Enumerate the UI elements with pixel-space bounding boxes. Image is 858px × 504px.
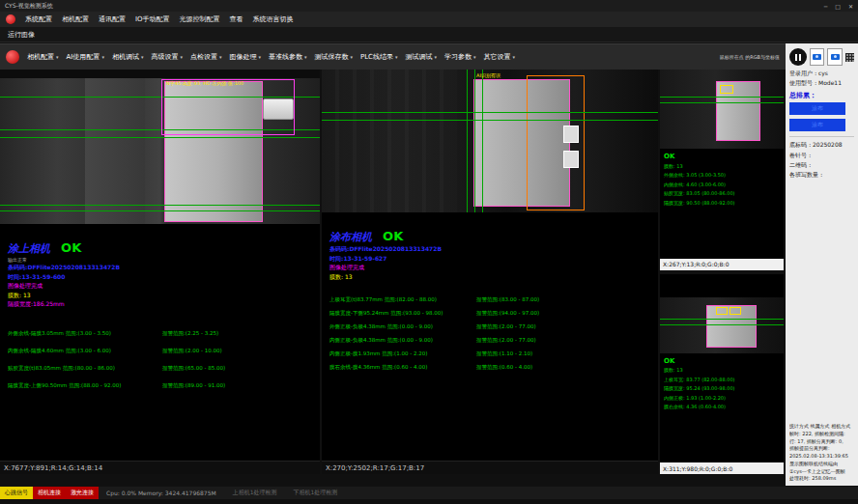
chevron-down-icon: ▾ [350, 54, 353, 60]
measure-line [0, 205, 320, 206]
stats-line: 处理耗时: 258.09ms [789, 475, 854, 483]
time-text: 时间:13-31-59-600 [8, 272, 312, 282]
table-row: 内侧正极-负极4.38mm 范围:(0.00 - 9.00)报警范围:(2.00… [329, 337, 650, 344]
camera-save-button[interactable] [827, 48, 843, 66]
grid-layout-button[interactable] [845, 53, 854, 62]
toolbar-logo-icon [6, 50, 19, 64]
preview-line: 膜数: 13 [664, 366, 780, 376]
toolbar-test-save[interactable]: 测试保存数▾ [314, 52, 353, 62]
pause-button[interactable] [789, 48, 807, 66]
divider [789, 136, 854, 137]
table-row: 膜右余线-膜4.36mm 范围:(0.60 - 4.00)报警范围:(0.60 … [329, 364, 650, 371]
login-user-label: 登录用户： [789, 70, 818, 76]
camera-image-upper[interactable]: N字45:高度:93; HD:左内涂 值:100 [0, 70, 320, 224]
model-row: 使用型号：Mode11 [789, 78, 854, 88]
preview-line: 外侧余线: 3.05 (3.00-3.50) [664, 171, 780, 181]
toolbar-plc-result[interactable]: PLC线结果▾ [360, 52, 398, 62]
heartbeat-status: 心跳信号 [0, 487, 33, 499]
preview-line: 隔膜宽度: 90.50 (88.00-92.00) [664, 199, 780, 209]
close-icon[interactable]: ✕ [848, 3, 853, 10]
toolbar-baseline-params[interactable]: 基准线参数▾ [269, 52, 307, 62]
chevron-down-icon: ▾ [435, 54, 438, 60]
result-title: 涂布相机 [329, 231, 372, 243]
menu-camera-config[interactable]: 相机配置 [62, 14, 89, 24]
table-row: 外侧正极-负极4.38mm 范围:(0.00 - 9.00)报警范围:(2.00… [329, 323, 650, 330]
toolbar-ai-config[interactable]: AI使用配置▾ [67, 52, 104, 62]
toolbar-advanced-settings[interactable]: 高级设置▾ [151, 52, 183, 62]
toolbar-learning-params[interactable]: 学习参数▾ [444, 52, 476, 62]
window-controls: ─ □ ✕ [824, 3, 853, 10]
roi-rectangle [720, 85, 733, 94]
result-area-lower: 涂布相机 OK 条码码:DFFlite2025020813313472B 时间:… [322, 212, 658, 461]
measure-line [660, 102, 784, 103]
shift-count-label: 各班写数量： [789, 170, 854, 180]
status-badge: OK [383, 229, 403, 243]
stats-line: 显示图帧联机结线端由 [789, 461, 854, 468]
count-box-2[interactable]: 涂布 [789, 119, 845, 131]
table-row: 外侧余线-隔膜3.05mm 范围:(3.00 - 3.50)报警范围:(2.25… [8, 330, 312, 337]
app-logo-icon [6, 14, 15, 24]
menu-view[interactable]: 查看 [230, 14, 243, 24]
count-box-1[interactable]: 涂布 [789, 102, 845, 115]
preview-line: 上极耳宽: 83.77 (82.00-88.00) [664, 376, 780, 385]
time-text: 时间:13-31-59-627 [329, 254, 650, 264]
app-window: CYS-视觉检测系统 ─ □ ✕ 系统配置 相机配置 通讯配置 IO手动配置 光… [0, 0, 858, 504]
camera-icon [813, 54, 821, 60]
toolbar-camera-config[interactable]: 相机配置▾ [27, 52, 59, 62]
toolbar-test-debug[interactable]: 测试调试▾ [406, 52, 438, 62]
toolbar-image-processing[interactable]: 图像处理▾ [229, 52, 261, 62]
lower-camera-process-text: 下相机1处理检测 [282, 487, 343, 499]
preview-image-bottom [660, 297, 784, 353]
camera-connect-status: 相机连接 [33, 487, 66, 499]
title-bar: CYS-视觉检测系统 ─ □ ✕ [0, 0, 858, 12]
preview-panel-top[interactable]: OK 膜数: 13 外侧余线: 3.05 (3.00-3.50) 内侧余线: 4… [660, 70, 784, 270]
preview-line: 内侧余线: 4.60 (3.00-6.00) [664, 181, 780, 190]
result-title: 涂上相机 [8, 242, 50, 255]
tab-run-image[interactable]: 运行图像 [8, 30, 35, 40]
cpu-memory-text: Cpu: 0.0% Memory: 3424.41796875M [99, 487, 221, 499]
menu-bar: 系统配置 相机配置 通讯配置 IO手动配置 光源控制配置 查看 系统语言切换 [0, 12, 858, 27]
menu-io-manual-config[interactable]: IO手动配置 [135, 14, 170, 24]
toolbar-other-settings[interactable]: 其它设置▾ [484, 52, 516, 62]
preview-line: 贴胶宽度: 83.05 (80.00-86.00) [664, 189, 780, 199]
machine-slots [322, 70, 457, 212]
camera-panel-lower: AI识别有误 涂布相机 OK 条码码:DFFlite20250208133134… [322, 70, 658, 474]
barcode-text: 条码码:DFFlite2025020813313472B [8, 263, 312, 272]
menu-language-switch[interactable]: 系统语言切换 [253, 14, 294, 24]
roll-needle-label: 卷针号： [789, 151, 854, 160]
toolbar: 相机配置▾ AI使用配置▾ 相机调试▾ 高级设置▾ 点检设置▾ 图像处理▾ 基准… [0, 43, 786, 70]
menu-comm-config[interactable]: 通讯配置 [99, 14, 126, 24]
base-code-value: 20250208 [813, 141, 843, 148]
measure-line [0, 210, 320, 211]
toolbar-camera-debug[interactable]: 相机调试▾ [112, 52, 144, 62]
stats-line: 抓帧提前分离判断: [789, 445, 854, 453]
preview-line: 膜右余线: 4.36 (0.60-4.00) [664, 403, 780, 412]
camera-snapshot-button[interactable] [810, 48, 825, 66]
run-tab-row: 运行图像 [0, 27, 858, 42]
qr-code-label: 二维码： [789, 160, 854, 170]
camera-panel-upper: N字45:高度:93; HD:左内涂 值:100 涂上相机 OK 输出正常 条码… [0, 70, 320, 474]
preview-panel-bottom[interactable]: OK 膜数: 13 上极耳宽: 83.77 (82.00-88.00) 隔膜宽度… [660, 274, 784, 475]
chevron-down-icon: ▾ [473, 54, 476, 60]
status-badge: OK [664, 357, 780, 367]
process-status-text: 图像处理完成 [8, 281, 312, 291]
maximize-icon[interactable]: □ [835, 3, 841, 10]
table-row: 隔膜宽度-上侧90.50mm 范围:(88.00 - 92.00)报警范围:(8… [8, 382, 312, 389]
menu-light-control-config[interactable]: 光源控制配置 [180, 14, 220, 24]
status-badge: OK [61, 240, 81, 255]
toolbar-spot-check[interactable]: 点检设置▾ [190, 52, 222, 62]
result-area-upper: 涂上相机 OK 输出正常 条码码:DFFlite2025020813313472… [0, 224, 320, 461]
login-user-value: cys [818, 70, 828, 76]
measure-line [474, 70, 475, 212]
measure-line [660, 97, 784, 98]
minimize-icon[interactable]: ─ [824, 3, 828, 10]
menu-system-config[interactable]: 系统配置 [25, 14, 52, 24]
chevron-down-icon: ▾ [258, 54, 261, 60]
info-sidebar: 登录用户：cys 使用型号：Mode11 总排累： 涂布 涂布 底标码：2025… [786, 43, 858, 486]
extra-measure-text: 隔膜宽度:186.25mm [8, 299, 312, 309]
table-row: 内侧正极-膜1.93mm 范围:(1.00 - 2.20)报警范围:(1.10 … [329, 350, 650, 357]
highlight-spot [563, 151, 579, 168]
overlay-label: AI识别有误 [476, 72, 500, 78]
camera-image-lower[interactable]: AI识别有误 [322, 70, 658, 212]
preview-line: 膜数: 13 [664, 162, 780, 172]
